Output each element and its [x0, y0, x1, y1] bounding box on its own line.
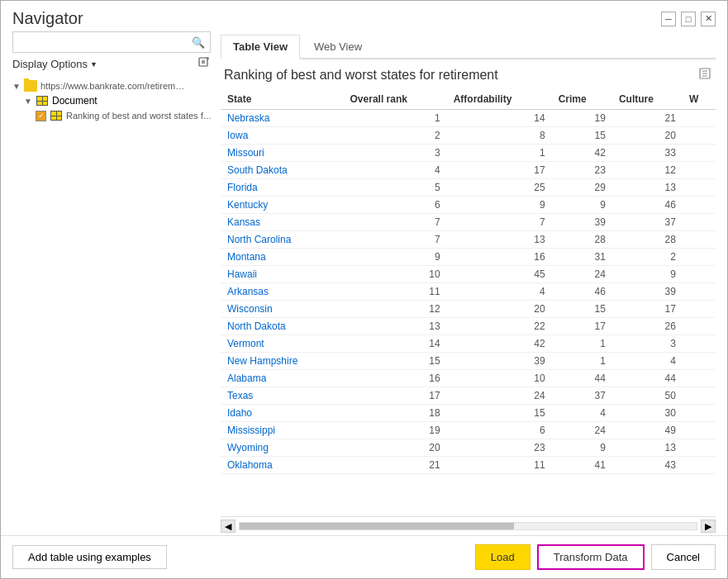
transform-data-button[interactable]: Transform Data [537, 544, 645, 570]
display-options-button[interactable]: Display Options ▼ [12, 58, 98, 70]
cell-value: 31 [552, 249, 612, 266]
cell-value: 9 [552, 439, 612, 457]
cell-state: North Carolina [221, 231, 344, 249]
cell-value [683, 457, 716, 474]
cell-state: Missouri [221, 145, 344, 162]
add-table-button[interactable]: Add table using examples [12, 545, 167, 569]
title-bar: Navigator ─ □ ✕ [1, 1, 727, 31]
cell-value: 17 [552, 318, 612, 335]
cell-value: 28 [552, 231, 612, 249]
cell-value: 15 [552, 127, 612, 145]
table-label: Ranking of best and worst states for ret… [66, 111, 211, 121]
scroll-right-button[interactable]: ▶ [701, 520, 716, 533]
cell-value: 11 [344, 283, 447, 301]
cell-value: 1 [552, 335, 612, 353]
table-row: Hawaii1045249 [221, 266, 716, 283]
load-button[interactable]: Load [475, 544, 531, 570]
table-row: Arkansas1144639 [221, 283, 716, 301]
tree-toggle-url: ▼ [12, 82, 21, 91]
col-crime: Crime [552, 89, 612, 110]
cell-value: 39 [447, 353, 552, 370]
search-button[interactable]: 🔍 [187, 32, 210, 52]
cell-value: 14 [344, 335, 447, 353]
cell-value: 30 [612, 405, 683, 422]
cell-value [683, 370, 716, 387]
cell-state: Vermont [221, 335, 344, 353]
tree-node-document[interactable]: ▼ Document [12, 93, 211, 108]
cell-state: New Hampshire [221, 353, 344, 370]
table-header: State Overall rank Affordability Crime C… [221, 89, 716, 110]
cell-value [683, 439, 716, 457]
cell-value: 37 [552, 387, 612, 405]
cell-value: 23 [447, 439, 552, 457]
table-row: Texas17243750 [221, 387, 716, 405]
horizontal-scrollbar: ◀ ▶ [221, 516, 716, 535]
cell-state: Idaho [221, 405, 344, 422]
cell-value: 13 [447, 231, 552, 249]
document-label: Document [52, 95, 98, 107]
refresh-button[interactable] [197, 56, 211, 72]
tree-node-table[interactable]: ✓ Ranking of best and worst states for r… [12, 108, 211, 123]
cell-value [683, 197, 716, 214]
tree-toggle-doc: ▼ [24, 97, 32, 106]
navigator-dialog: Navigator ─ □ ✕ 🔍 Display Options ▼ [0, 0, 728, 579]
cancel-button[interactable]: Cancel [651, 544, 716, 570]
footer: Add table using examples Load Transform … [1, 535, 727, 578]
cell-value: 10 [447, 370, 552, 387]
footer-left: Add table using examples [12, 545, 167, 569]
cell-value: 42 [447, 335, 552, 353]
cell-value: 4 [447, 283, 552, 301]
scroll-thumb[interactable] [240, 523, 514, 529]
cell-value: 21 [612, 110, 683, 127]
maximize-button[interactable]: □ [681, 12, 696, 26]
cell-value [683, 162, 716, 179]
content-area: 🔍 Display Options ▼ ▼ [1, 31, 727, 535]
cell-value: 12 [612, 162, 683, 179]
display-options-label: Display Options [12, 58, 88, 70]
table-row: Wyoming2023913 [221, 439, 716, 457]
table-icon [50, 110, 63, 121]
cell-value: 21 [344, 457, 447, 474]
search-input[interactable] [13, 33, 187, 51]
dialog-title: Navigator [12, 9, 83, 28]
scroll-left-button[interactable]: ◀ [221, 520, 236, 533]
table-header-row: Ranking of best and worst states for ret… [221, 59, 716, 89]
cell-value: 12 [344, 301, 447, 318]
col-afford: Affordability [447, 89, 552, 110]
tab-table-view[interactable]: Table View [221, 35, 300, 59]
data-table-scroll[interactable]: State Overall rank Affordability Crime C… [221, 89, 716, 516]
cell-value [683, 405, 716, 422]
table-row: Florida5252913 [221, 179, 716, 197]
table-checkbox[interactable]: ✓ [36, 111, 46, 121]
cell-value: 17 [344, 387, 447, 405]
cell-value: 9 [344, 249, 447, 266]
cell-value [683, 387, 716, 405]
grid-icon [36, 96, 48, 106]
cell-value: 20 [344, 439, 447, 457]
table-row: Missouri314233 [221, 145, 716, 162]
cell-value [683, 318, 716, 335]
table-row: Idaho1815430 [221, 405, 716, 422]
cell-value: 9 [612, 266, 683, 283]
cell-value: 13 [612, 179, 683, 197]
cell-value [683, 266, 716, 283]
cell-value: 2 [344, 127, 447, 145]
table-export-button[interactable] [697, 66, 712, 84]
cell-value: 39 [552, 214, 612, 231]
tree-node-url[interactable]: ▼ https://www.bankrate.com/retirement/be… [12, 78, 211, 93]
cell-value: 23 [552, 162, 612, 179]
close-button[interactable]: ✕ [701, 12, 716, 26]
cell-value: 19 [344, 422, 447, 439]
tab-web-view[interactable]: Web View [302, 35, 374, 58]
search-box: 🔍 [12, 31, 211, 53]
footer-right: Load Transform Data Cancel [475, 544, 716, 570]
cell-value: 9 [447, 197, 552, 214]
cell-value: 10 [344, 266, 447, 283]
cell-value: 20 [612, 127, 683, 145]
table-row: Vermont144213 [221, 335, 716, 353]
cell-value: 3 [612, 335, 683, 353]
table-row: Montana916312 [221, 249, 716, 266]
right-panel: Table View Web View Ranking of best and … [221, 31, 716, 535]
minimize-button[interactable]: ─ [661, 12, 676, 26]
cell-state: Florida [221, 179, 344, 197]
